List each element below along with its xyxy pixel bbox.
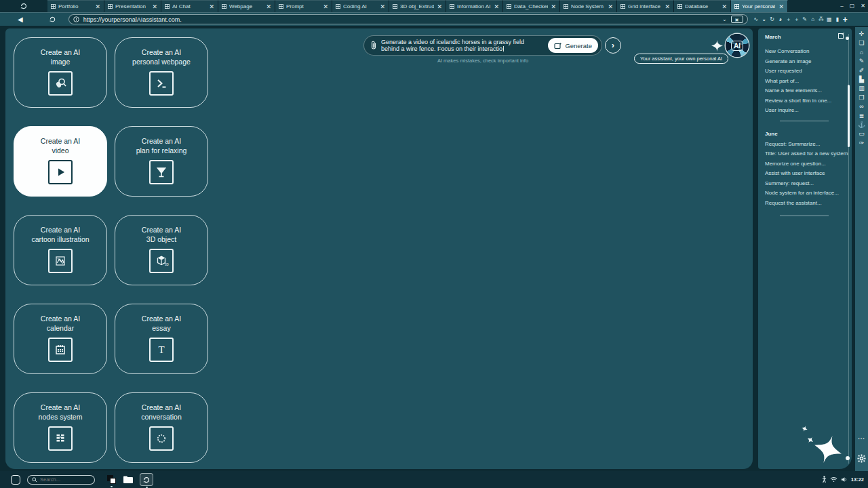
search-input[interactable] xyxy=(40,476,87,483)
extension-icon[interactable]: ↻ xyxy=(770,16,775,22)
tab-close-icon[interactable]: ✕ xyxy=(665,4,670,9)
tab-prompt[interactable]: Prompt✕ xyxy=(275,0,332,12)
browser-logo-icon[interactable] xyxy=(0,0,47,12)
extension-icon[interactable]: ▦ xyxy=(827,16,832,22)
site-info-icon[interactable] xyxy=(73,16,79,22)
card-create-image[interactable]: Create an AI image xyxy=(14,37,107,108)
pencil-tool-icon[interactable]: ✐ xyxy=(859,66,865,75)
pen-tool-icon[interactable]: ✎ xyxy=(859,57,865,66)
add-icon[interactable]: + xyxy=(843,15,848,24)
extension-icon[interactable]: ∿ xyxy=(753,16,759,22)
columns-tool-icon[interactable]: ▥ xyxy=(859,84,865,93)
card-create-nodes-system[interactable]: Create an AI nodes system xyxy=(14,392,107,463)
reload-icon[interactable] xyxy=(49,16,56,23)
tab-close-icon[interactable]: ✕ xyxy=(551,4,556,9)
tab-grid-interface[interactable]: Grid interface✕ xyxy=(617,0,674,12)
card-create-3d-object[interactable]: Create an AI 3D object 3D xyxy=(115,215,208,285)
tab-portfolio[interactable]: Portfolio✕ xyxy=(47,0,104,12)
generate-button[interactable]: Generate xyxy=(548,38,598,53)
history-item[interactable]: Request: Summarize... xyxy=(765,141,820,147)
volume-icon[interactable] xyxy=(841,476,848,483)
history-item[interactable]: New Conversation xyxy=(765,48,809,54)
history-item[interactable]: Review a short film in one... xyxy=(765,98,831,104)
tab-close-icon[interactable]: ✕ xyxy=(778,4,784,9)
tab-3d-obj-extrude[interactable]: 3D obj_Extrude✕ xyxy=(389,0,446,12)
home-tool-icon[interactable]: ⌂ xyxy=(860,48,863,57)
mask-tool-icon[interactable]: ∞ xyxy=(859,102,863,111)
extension-icon[interactable]: ◒ xyxy=(762,16,767,22)
history-item[interactable]: Name a few elements... xyxy=(765,87,822,94)
tab-database[interactable]: Database✕ xyxy=(674,0,731,12)
history-item[interactable]: Node system for an interface... xyxy=(765,190,839,196)
extension-icon[interactable]: ▮ xyxy=(835,16,840,22)
history-item[interactable]: User requested xyxy=(765,68,802,74)
tab-presentation[interactable]: Presentation✕ xyxy=(104,0,161,12)
send-button[interactable]: › xyxy=(605,37,621,54)
list-tool-icon[interactable]: ≣ xyxy=(859,112,865,121)
history-item[interactable]: Memorize one question... xyxy=(765,161,826,167)
design-app-icon[interactable] xyxy=(107,475,117,485)
url-field[interactable]: https://yourpersonalAIassistant.com. ⌄ ▣ xyxy=(68,14,748,24)
minimize-icon[interactable]: – xyxy=(840,3,843,9)
gear-icon[interactable] xyxy=(857,454,866,463)
wifi-icon[interactable] xyxy=(830,476,837,483)
anchor-tool-icon[interactable]: ⚓ xyxy=(858,121,865,129)
feather-tool-icon[interactable]: ✑ xyxy=(859,139,865,148)
history-item[interactable]: Generate an image xyxy=(765,58,812,64)
close-icon[interactable]: ✕ xyxy=(861,3,865,9)
extension-icon[interactable]: ＋ xyxy=(786,16,791,23)
card-create-essay[interactable]: Create an AI essay T xyxy=(115,304,208,374)
extension-icon[interactable]: ⁂ xyxy=(818,16,824,22)
start-button-icon[interactable] xyxy=(11,475,20,485)
tab-coding-ai[interactable]: Coding AI✕ xyxy=(332,0,389,12)
card-create-calendar[interactable]: Create an AI calendar xyxy=(14,304,107,374)
more-options-icon[interactable]: ... xyxy=(855,434,868,441)
frame-tool-icon[interactable]: ❏ xyxy=(859,39,864,47)
taskbar-search[interactable] xyxy=(27,475,95,485)
tab-node-system[interactable]: Node System✕ xyxy=(560,0,617,12)
history-item[interactable]: What part of... xyxy=(765,78,799,84)
tab-close-icon[interactable]: ✕ xyxy=(323,4,328,9)
folder-icon[interactable] xyxy=(123,475,134,484)
tab-your-personal-ai[interactable]: Your personal AI✕ xyxy=(731,0,788,12)
new-chat-icon[interactable] xyxy=(838,33,845,39)
card-create-video[interactable]: Create an AI video xyxy=(14,126,107,197)
tab-close-icon[interactable]: ✕ xyxy=(608,4,613,9)
chart-tool-icon[interactable]: ▙ xyxy=(859,75,864,84)
extension-icon[interactable]: ◕ xyxy=(778,16,783,22)
history-item[interactable]: Summery: request... xyxy=(765,180,814,186)
crop-tool-icon[interactable]: ▭ xyxy=(859,129,865,138)
tab-close-icon[interactable]: ✕ xyxy=(95,4,100,9)
browser-app-icon[interactable] xyxy=(140,473,153,486)
card-create-cartoon[interactable]: Create an AI cartoon illustration xyxy=(14,215,107,285)
tab-close-icon[interactable]: ✕ xyxy=(437,4,442,9)
sidebar-scrollbar-thumb[interactable] xyxy=(848,85,850,147)
history-item[interactable]: User inquire... xyxy=(765,107,799,113)
extension-icon[interactable]: ＋ xyxy=(794,16,800,23)
prompt-input[interactable]: Generate a video of icelandic horses in … xyxy=(363,35,602,56)
move-tool-icon[interactable]: ✛ xyxy=(859,30,865,39)
extension-icon[interactable]: ⌂ xyxy=(810,16,816,22)
chevron-down-icon[interactable]: ⌄ xyxy=(722,16,727,22)
history-item[interactable]: Assist with user interface xyxy=(765,170,825,176)
history-item[interactable]: Title: User asked for a new system xyxy=(765,150,848,157)
tab-close-icon[interactable]: ✕ xyxy=(722,4,727,9)
tab-webpage[interactable]: Webpage✕ xyxy=(218,0,275,12)
accessibility-icon[interactable] xyxy=(822,476,827,483)
tab-close-icon[interactable]: ✕ xyxy=(494,4,499,9)
layers-tool-icon[interactable]: ❐ xyxy=(859,94,864,102)
assistant-logo[interactable]: AI xyxy=(726,34,749,57)
tab-close-icon[interactable]: ✕ xyxy=(380,4,385,9)
tab-close-icon[interactable]: ✕ xyxy=(209,4,214,9)
attach-icon[interactable] xyxy=(370,41,377,50)
screenshot-icon[interactable]: ▣ xyxy=(731,16,743,23)
card-create-conversation[interactable]: Create an AI conversation xyxy=(115,392,208,463)
tab-ai-chat[interactable]: AI Chat✕ xyxy=(161,0,218,12)
card-create-webpage[interactable]: Create an AI personal webpage xyxy=(115,37,208,108)
card-create-relax-plan[interactable]: Create an AI plan for relaxing xyxy=(115,126,208,197)
extension-icon[interactable]: ✎ xyxy=(802,16,808,22)
back-icon[interactable]: ◀ xyxy=(18,16,23,23)
maximize-icon[interactable]: ▢ xyxy=(850,3,855,9)
clock[interactable]: 13:22 xyxy=(851,476,864,483)
tab-close-icon[interactable]: ✕ xyxy=(266,4,271,9)
